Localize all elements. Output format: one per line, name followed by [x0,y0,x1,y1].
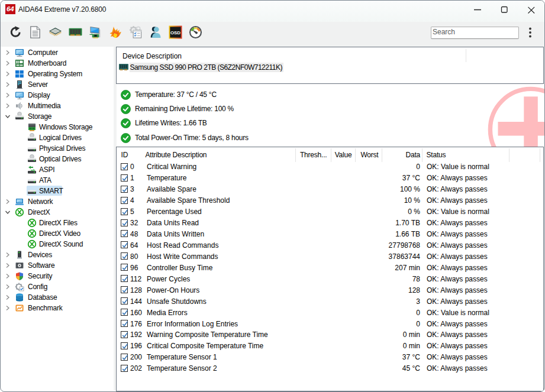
svg-text:OSD: OSD [170,30,180,35]
